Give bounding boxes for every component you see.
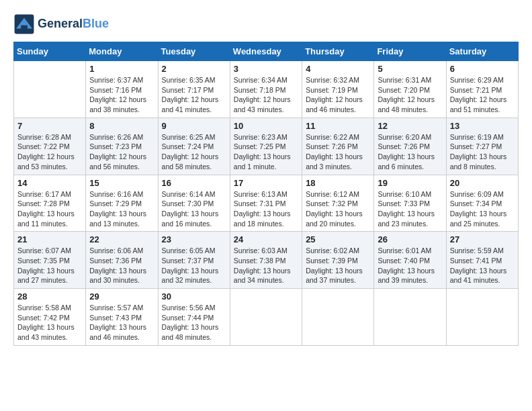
calendar-cell: 30Sunrise: 5:56 AM Sunset: 7:44 PM Dayli… xyxy=(158,289,230,346)
calendar-cell xyxy=(302,289,374,346)
calendar-cell: 23Sunrise: 6:05 AM Sunset: 7:37 PM Dayli… xyxy=(158,232,230,289)
calendar-cell: 25Sunrise: 6:02 AM Sunset: 7:39 PM Dayli… xyxy=(302,232,374,289)
day-info: Sunrise: 6:05 AM Sunset: 7:37 PM Dayligh… xyxy=(162,246,226,285)
day-number: 12 xyxy=(378,121,442,131)
day-number: 24 xyxy=(234,234,298,244)
calendar-cell: 15Sunrise: 6:16 AM Sunset: 7:29 PM Dayli… xyxy=(86,175,158,232)
day-number: 26 xyxy=(378,234,442,244)
day-info: Sunrise: 6:34 AM Sunset: 7:18 PM Dayligh… xyxy=(234,75,298,115)
day-number: 4 xyxy=(306,64,370,74)
day-info: Sunrise: 5:56 AM Sunset: 7:44 PM Dayligh… xyxy=(162,303,226,342)
day-info: Sunrise: 6:32 AM Sunset: 7:19 PM Dayligh… xyxy=(306,75,370,115)
day-number: 20 xyxy=(450,178,515,188)
calendar-cell: 14Sunrise: 6:17 AM Sunset: 7:28 PM Dayli… xyxy=(14,175,86,232)
calendar-cell: 18Sunrise: 6:12 AM Sunset: 7:32 PM Dayli… xyxy=(302,175,374,232)
day-number: 2 xyxy=(162,64,226,74)
calendar-cell: 7Sunrise: 6:28 AM Sunset: 7:22 PM Daylig… xyxy=(14,118,86,175)
day-number: 29 xyxy=(89,291,154,302)
calendar-cell: 13Sunrise: 6:19 AM Sunset: 7:27 PM Dayli… xyxy=(446,118,518,175)
day-number: 25 xyxy=(306,234,370,244)
day-info: Sunrise: 6:29 AM Sunset: 7:21 PM Dayligh… xyxy=(450,75,515,115)
weekday-header: Friday xyxy=(374,42,446,61)
calendar-cell: 22Sunrise: 6:06 AM Sunset: 7:36 PM Dayli… xyxy=(86,232,158,289)
day-info: Sunrise: 6:20 AM Sunset: 7:26 PM Dayligh… xyxy=(378,132,442,172)
day-info: Sunrise: 6:14 AM Sunset: 7:30 PM Dayligh… xyxy=(162,189,226,229)
calendar-cell: 9Sunrise: 6:25 AM Sunset: 7:24 PM Daylig… xyxy=(158,118,230,175)
day-info: Sunrise: 6:28 AM Sunset: 7:22 PM Dayligh… xyxy=(17,132,82,172)
calendar-cell xyxy=(230,289,302,346)
day-number: 3 xyxy=(234,64,298,74)
calendar-cell: 4Sunrise: 6:32 AM Sunset: 7:19 PM Daylig… xyxy=(302,61,374,118)
day-info: Sunrise: 6:01 AM Sunset: 7:40 PM Dayligh… xyxy=(378,246,442,285)
calendar-cell: 10Sunrise: 6:23 AM Sunset: 7:25 PM Dayli… xyxy=(230,118,302,175)
day-number: 17 xyxy=(234,178,298,188)
calendar-week-row: 21Sunrise: 6:07 AM Sunset: 7:35 PM Dayli… xyxy=(14,232,519,289)
day-info: Sunrise: 6:26 AM Sunset: 7:23 PM Dayligh… xyxy=(89,132,154,172)
calendar-cell: 26Sunrise: 6:01 AM Sunset: 7:40 PM Dayli… xyxy=(374,232,446,289)
calendar-cell: 24Sunrise: 6:03 AM Sunset: 7:38 PM Dayli… xyxy=(230,232,302,289)
day-info: Sunrise: 5:58 AM Sunset: 7:42 PM Dayligh… xyxy=(17,303,82,342)
day-info: Sunrise: 6:31 AM Sunset: 7:20 PM Dayligh… xyxy=(378,75,442,115)
day-info: Sunrise: 6:02 AM Sunset: 7:39 PM Dayligh… xyxy=(306,246,370,285)
calendar-cell xyxy=(446,289,518,346)
calendar-cell: 8Sunrise: 6:26 AM Sunset: 7:23 PM Daylig… xyxy=(86,118,158,175)
calendar-cell: 17Sunrise: 6:13 AM Sunset: 7:31 PM Dayli… xyxy=(230,175,302,232)
day-info: Sunrise: 6:37 AM Sunset: 7:16 PM Dayligh… xyxy=(89,75,154,115)
day-info: Sunrise: 6:35 AM Sunset: 7:17 PM Dayligh… xyxy=(162,75,226,115)
day-info: Sunrise: 6:23 AM Sunset: 7:25 PM Dayligh… xyxy=(234,132,298,172)
day-info: Sunrise: 6:10 AM Sunset: 7:33 PM Dayligh… xyxy=(378,189,442,229)
calendar-cell: 5Sunrise: 6:31 AM Sunset: 7:20 PM Daylig… xyxy=(374,61,446,118)
day-info: Sunrise: 6:13 AM Sunset: 7:31 PM Dayligh… xyxy=(234,189,298,229)
calendar-table: SundayMondayTuesdayWednesdayThursdayFrid… xyxy=(13,42,519,346)
day-info: Sunrise: 6:19 AM Sunset: 7:27 PM Dayligh… xyxy=(450,132,515,172)
weekday-header: Tuesday xyxy=(158,42,230,61)
day-info: Sunrise: 6:12 AM Sunset: 7:32 PM Dayligh… xyxy=(306,189,370,229)
day-number: 22 xyxy=(89,234,154,244)
day-number: 11 xyxy=(306,121,370,131)
day-info: Sunrise: 6:06 AM Sunset: 7:36 PM Dayligh… xyxy=(89,246,154,285)
calendar-cell: 16Sunrise: 6:14 AM Sunset: 7:30 PM Dayli… xyxy=(158,175,230,232)
day-number: 6 xyxy=(450,64,515,74)
day-number: 13 xyxy=(450,121,515,131)
day-info: Sunrise: 6:17 AM Sunset: 7:28 PM Dayligh… xyxy=(17,189,82,229)
calendar-cell: 6Sunrise: 6:29 AM Sunset: 7:21 PM Daylig… xyxy=(446,61,518,118)
day-info: Sunrise: 6:22 AM Sunset: 7:26 PM Dayligh… xyxy=(306,132,370,172)
calendar-week-row: 14Sunrise: 6:17 AM Sunset: 7:28 PM Dayli… xyxy=(14,175,519,232)
calendar-week-row: 28Sunrise: 5:58 AM Sunset: 7:42 PM Dayli… xyxy=(14,289,519,346)
calendar-cell: 11Sunrise: 6:22 AM Sunset: 7:26 PM Dayli… xyxy=(302,118,374,175)
calendar-cell xyxy=(14,61,86,118)
day-number: 8 xyxy=(89,121,154,131)
day-number: 30 xyxy=(162,291,226,302)
calendar-cell: 1Sunrise: 6:37 AM Sunset: 7:16 PM Daylig… xyxy=(86,61,158,118)
day-number: 1 xyxy=(89,64,154,74)
day-number: 21 xyxy=(17,234,82,244)
calendar-cell: 2Sunrise: 6:35 AM Sunset: 7:17 PM Daylig… xyxy=(158,61,230,118)
day-info: Sunrise: 5:59 AM Sunset: 7:41 PM Dayligh… xyxy=(450,246,515,285)
calendar-cell: 28Sunrise: 5:58 AM Sunset: 7:42 PM Dayli… xyxy=(14,289,86,346)
logo-icon xyxy=(13,13,35,35)
logo: GeneralBlue xyxy=(13,13,109,35)
day-number: 14 xyxy=(17,178,82,188)
day-number: 18 xyxy=(306,178,370,188)
day-info: Sunrise: 5:57 AM Sunset: 7:43 PM Dayligh… xyxy=(89,303,154,342)
weekday-header: Monday xyxy=(86,42,158,61)
day-number: 19 xyxy=(378,178,442,188)
day-number: 15 xyxy=(89,178,154,188)
calendar-cell: 20Sunrise: 6:09 AM Sunset: 7:34 PM Dayli… xyxy=(446,175,518,232)
calendar-cell xyxy=(374,289,446,346)
weekday-header: Sunday xyxy=(14,42,86,61)
calendar-cell: 29Sunrise: 5:57 AM Sunset: 7:43 PM Dayli… xyxy=(86,289,158,346)
day-number: 5 xyxy=(378,64,442,74)
calendar-week-row: 7Sunrise: 6:28 AM Sunset: 7:22 PM Daylig… xyxy=(14,118,519,175)
day-number: 10 xyxy=(234,121,298,131)
weekday-header: Saturday xyxy=(446,42,518,61)
day-info: Sunrise: 6:03 AM Sunset: 7:38 PM Dayligh… xyxy=(234,246,298,285)
page-header: GeneralBlue xyxy=(13,13,519,35)
calendar-cell: 19Sunrise: 6:10 AM Sunset: 7:33 PM Dayli… xyxy=(374,175,446,232)
day-info: Sunrise: 6:16 AM Sunset: 7:29 PM Dayligh… xyxy=(89,189,154,229)
svg-rect-2 xyxy=(21,26,28,30)
logo-line1: GeneralBlue xyxy=(38,17,109,31)
day-number: 7 xyxy=(17,121,82,131)
day-info: Sunrise: 6:07 AM Sunset: 7:35 PM Dayligh… xyxy=(17,246,82,285)
day-info: Sunrise: 6:09 AM Sunset: 7:34 PM Dayligh… xyxy=(450,189,515,229)
